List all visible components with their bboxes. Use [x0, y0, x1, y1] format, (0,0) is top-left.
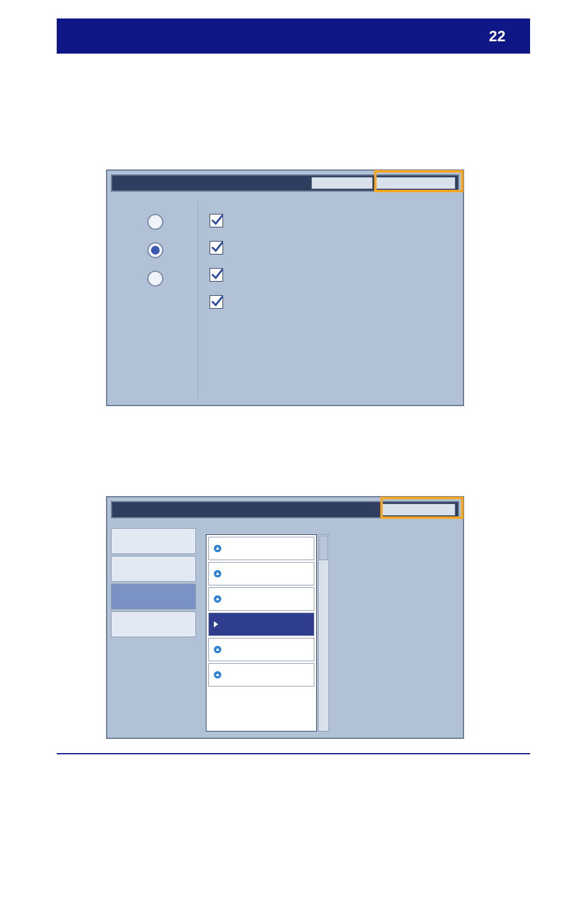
panel1-body: [107, 195, 463, 404]
up-arrow-icon: [214, 545, 221, 552]
list-item-3[interactable]: [208, 587, 314, 611]
settings-panel-1: [106, 169, 464, 406]
sidebar-item-4[interactable]: [111, 611, 196, 637]
up-arrow-icon: [214, 570, 221, 577]
page-header: 22: [57, 18, 530, 54]
highlight-annotation-1: [374, 170, 463, 192]
panel2-body: [107, 522, 463, 736]
radio-option-3[interactable]: [147, 271, 163, 287]
list-item-6[interactable]: [208, 663, 314, 687]
checkbox-1[interactable]: [210, 214, 223, 227]
up-arrow-icon: [214, 595, 221, 603]
scrollbar[interactable]: [318, 534, 329, 732]
radio-group: [112, 202, 198, 399]
sidebar-nav: [107, 522, 200, 736]
list-item-4[interactable]: [208, 613, 314, 636]
play-icon: [214, 621, 218, 627]
page-number: 22: [489, 28, 505, 45]
checkbox-group: [198, 202, 223, 399]
settings-panel-2: [106, 496, 464, 739]
titlebar-button-1[interactable]: [311, 177, 373, 189]
highlight-annotation-2: [380, 497, 463, 519]
checkbox-4[interactable]: [210, 295, 223, 309]
checkbox-2[interactable]: [210, 241, 223, 255]
sidebar-item-3[interactable]: [111, 584, 196, 609]
radio-option-1[interactable]: [147, 214, 163, 230]
main-content: [200, 522, 463, 736]
up-arrow-icon: [214, 671, 221, 679]
sidebar-item-1[interactable]: [111, 528, 196, 554]
list-item-2[interactable]: [208, 562, 314, 585]
up-arrow-icon: [214, 646, 221, 653]
sidebar-item-2[interactable]: [111, 556, 196, 582]
list-item-1[interactable]: [208, 537, 314, 560]
list-item-5[interactable]: [208, 638, 314, 661]
footer-divider: [57, 753, 530, 754]
scroll-thumb[interactable]: [319, 536, 328, 560]
item-list: [206, 534, 317, 732]
radio-option-2[interactable]: [147, 242, 163, 258]
checkbox-3[interactable]: [210, 268, 223, 282]
